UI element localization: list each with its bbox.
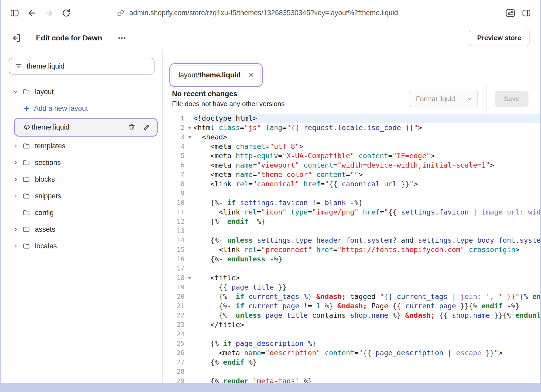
chevron-right-icon[interactable] [13,160,22,166]
filter-icon [15,62,22,70]
line-number: 5 [163,151,193,161]
extensions-icon[interactable] [505,7,516,19]
chevron-down-icon[interactable] [13,89,22,95]
sidebar-item-blocks[interactable]: blocks [1,171,162,188]
tab-layout-theme-liquid[interactable]: layout/ theme.liquid × [171,65,261,85]
code-line-12[interactable]: 12 {%- endif -%} [163,217,540,226]
line-number: 9 [163,189,193,198]
line-number: 27 [163,358,193,367]
chevron-right-icon[interactable] [13,176,22,182]
link-icon [117,9,125,17]
format-liquid-control: Format liquid [409,91,478,107]
address-bar[interactable]: admin.shopify.com/store/rzq1xu-f5/themes… [117,9,500,17]
fold-chevron-icon[interactable] [188,136,192,139]
code-lines: 1<!doctype html>2<html class="js" lang="… [163,114,540,383]
code-line-14[interactable]: 14 {%- unless settings.type_header_font.… [163,236,540,245]
file-search-input[interactable] [27,62,149,70]
code-line-10[interactable]: 10 {%- if settings.favicon != blank -%} [163,198,540,207]
folder-icon [22,225,30,233]
code-line-15[interactable]: 15 <link rel="preconnect" href="https://… [163,245,540,254]
tab-close-icon[interactable]: × [249,70,254,79]
code-line-3[interactable]: 3 <head> [163,132,540,142]
line-number: 20 [163,292,193,301]
sidebar-item-assets[interactable]: assets [1,221,162,238]
code-line-20[interactable]: 20 {%- if current_tags %} &ndash; tagged… [163,292,540,301]
chevron-right-icon[interactable] [13,143,22,149]
folder-icon [22,242,30,250]
code-line-21[interactable]: 21 {%- if current_page != 1 %} &ndash; P… [163,301,540,311]
code-line-29[interactable]: 29 {% render 'meta-tags' %} [163,376,540,383]
code-line-22[interactable]: 22 {%- unless page_title contains shop.n… [163,311,540,320]
rename-file-icon[interactable] [143,123,151,131]
code-line-26[interactable]: 26 <meta name="description" content="{{ … [163,348,540,358]
exit-editor-icon[interactable] [11,33,21,43]
line-number: 1 [163,114,193,123]
sidebar-item-templates[interactable]: templates [1,138,162,154]
panel-toggle-icon[interactable] [521,7,532,19]
code-line-19[interactable]: 19 {{ page_title }} [163,283,540,292]
code-line-7[interactable]: 7 <meta name="theme-color" content=""> [163,170,540,179]
app-header: Edit code for Dawn Preview store [1,26,540,50]
fold-chevron-icon[interactable] [188,277,192,279]
code-line-6[interactable]: 6 <meta name="viewport" content="width=d… [163,161,540,170]
file-sidebar: layoutAdd a new layouttheme.liquidtempla… [1,50,163,383]
code-line-17[interactable]: 17 [163,264,540,273]
add-new-layout-button[interactable]: Add a new layout [1,100,162,117]
sidebar-item-sections[interactable]: sections [1,154,162,171]
code-line-9[interactable]: 9 [163,189,540,198]
sidebar-toggle-icon[interactable] [9,7,20,19]
page-title: Edit code for Dawn [36,34,102,42]
line-number: 11 [163,207,193,217]
code-line-13[interactable]: 13 [163,226,540,236]
code-editor[interactable]: 1<!doctype html>2<html class="js" lang="… [163,113,540,383]
line-number: 24 [163,329,193,339]
code-line-28[interactable]: 28 [163,367,540,376]
line-number: 4 [163,142,193,151]
chevron-right-icon[interactable] [13,193,22,199]
sidebar-item-config[interactable]: config [1,204,162,221]
tab-file-name: theme.liquid [199,71,241,79]
tab-path-prefix: layout/ [179,71,199,79]
code-line-16[interactable]: 16 {%- endunless -%} [163,254,540,264]
code-line-4[interactable]: 4 <meta charset="utf-8"> [163,142,540,151]
address-url[interactable]: admin.shopify.com/store/rzq1xu-f5/themes… [129,9,398,17]
code-line-24[interactable]: 24 [163,329,540,339]
file-search [9,58,155,75]
line-number: 28 [163,367,193,376]
preview-store-button[interactable]: Preview store [469,30,530,46]
forward-icon[interactable] [43,7,55,19]
code-line-5[interactable]: 5 <meta http-equiv="X-UA-Compatible" con… [163,151,540,161]
format-liquid-button[interactable]: Format liquid [409,91,462,107]
line-number: 16 [163,254,193,264]
code-line-2[interactable]: 2<html class="js" lang="{{ request.local… [163,123,540,132]
code-line-27[interactable]: 27 {% endif %} [163,358,540,367]
folder-icon [22,192,30,200]
more-menu-icon[interactable] [117,33,127,43]
code-line-25[interactable]: 25 {% if page_description %} [163,339,540,348]
code-line-23[interactable]: 23 </title> [163,320,540,329]
code-line-11[interactable]: 11 <link rel="icon" type="image/png" hre… [163,207,540,217]
folder-icon [22,142,30,150]
back-icon[interactable] [26,7,38,19]
code-line-8[interactable]: 8 <link rel="canonical" href="{{ canonic… [163,179,540,189]
save-button[interactable]: Save [495,91,528,107]
format-dropdown-icon[interactable] [462,91,477,107]
sidebar-item-theme-liquid[interactable]: theme.liquid [32,123,70,131]
line-number: 7 [163,170,193,179]
chevron-right-icon[interactable] [13,243,22,249]
delete-file-icon[interactable] [128,123,136,131]
line-number: 3 [163,132,193,142]
line-number: 21 [163,301,193,311]
sidebar-item-locales[interactable]: locales [1,238,162,254]
fold-chevron-icon[interactable] [188,127,192,129]
line-number: 6 [163,161,193,170]
code-line-1[interactable]: 1<!doctype html> [163,114,540,123]
browser-toolbar: admin.shopify.com/store/rzq1xu-f5/themes… [1,0,540,26]
file-tree: layoutAdd a new layouttheme.liquidtempla… [1,83,162,254]
chevron-right-icon[interactable] [13,226,22,232]
code-line-18[interactable]: 18 <title> [163,273,540,283]
sidebar-item-layout[interactable]: layout [1,83,162,100]
line-number: 2 [163,123,193,132]
reload-icon[interactable] [60,7,72,19]
sidebar-item-snippets[interactable]: snippets [1,188,162,204]
